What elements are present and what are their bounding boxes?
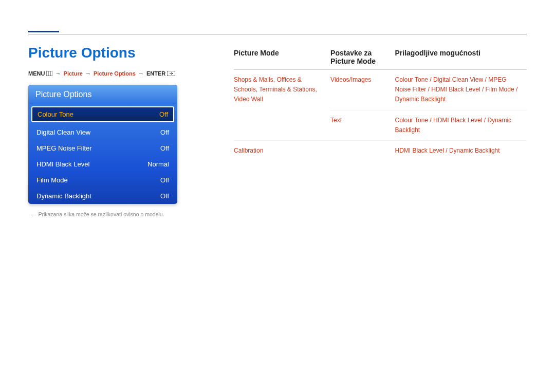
cell-postavke: Text: [330, 110, 395, 140]
pm-part: Calibration: [234, 147, 263, 154]
bc-picture-options: Picture Options: [94, 70, 136, 77]
cell-postavke: Videos/Images: [330, 70, 395, 110]
bc-menu: MENU: [28, 70, 45, 77]
svg-rect-0: [46, 71, 52, 76]
menu-row-label: Film Mode: [36, 176, 68, 184]
menu-row-label: HDMI Black Level: [36, 160, 89, 168]
pm-part: Video Wall: [234, 96, 263, 103]
bc-arrow-2: →: [85, 70, 91, 77]
opt-part: Digital Clean View: [433, 76, 483, 83]
breadcrumb: MENU → Picture → Picture Options → ENTER: [28, 70, 216, 77]
menu-row-value: Off: [160, 192, 169, 200]
opt-part: Colour Tone: [395, 117, 428, 124]
bc-arrow-1: →: [55, 70, 61, 77]
menu-row-label: MPEG Noise Filter: [36, 144, 92, 152]
pm-part: Shops & Malls: [234, 76, 273, 83]
menu-row-label: Digital Clean View: [36, 128, 90, 136]
page-title: Picture Options: [28, 45, 216, 61]
th-prilag: Prilagodljive mogućnosti: [395, 49, 527, 70]
osd-menu-header: Picture Options: [28, 85, 177, 104]
cell-options: Colour Tone / Digital Clean View / MPEG …: [395, 70, 527, 110]
cell-picture-mode: Calibration: [234, 140, 330, 161]
left-column: Picture Options MENU → Picture → Picture…: [28, 45, 216, 217]
bc-enter: ENTER: [146, 70, 165, 77]
th-picture-mode: Picture Mode: [234, 49, 330, 70]
osd-menu-panel: Picture Options Colour Tone Off Digital …: [28, 85, 177, 204]
menu-row-film-mode[interactable]: Film Mode Off: [28, 172, 177, 188]
th-postavke: Postavke za Picture Mode: [330, 49, 395, 70]
main-columns: Picture Options MENU → Picture → Picture…: [28, 45, 527, 217]
opt-part: Dynamic Backlight: [449, 147, 500, 154]
header-rule-short: [28, 31, 59, 32]
bc-picture: Picture: [64, 70, 83, 77]
opt-part: Colour Tone: [395, 76, 428, 83]
postavke-text: Text: [330, 117, 342, 124]
bc-arrow-3: →: [138, 70, 144, 77]
postavke-text: Videos/Images: [330, 76, 371, 83]
cell-options: HDMI Black Level / Dynamic Backlight: [395, 140, 527, 161]
cell-postavke: [330, 140, 395, 161]
opt-part: Dynamic Backlight: [395, 96, 446, 103]
right-column: Picture Mode Postavke za Picture Mode Pr…: [234, 45, 527, 217]
menu-grid-icon: [46, 71, 52, 77]
table-row: Calibration HDMI Black Level / Dynamic B…: [234, 140, 527, 161]
header-rule-long: [28, 34, 527, 34]
menu-row-value: Normal: [147, 160, 169, 168]
cell-picture-mode: Shops & Malls, Offices & Schools, Termin…: [234, 70, 330, 141]
opt-part: HDMI Black Level: [433, 117, 482, 124]
menu-row-label: Colour Tone: [38, 110, 73, 118]
menu-row-hdmi-black-level[interactable]: HDMI Black Level Normal: [28, 156, 177, 172]
opt-part: Film Mode: [486, 86, 514, 93]
menu-row-value: Off: [160, 128, 169, 136]
menu-row-value: Off: [160, 176, 169, 184]
menu-row-digital-clean-view[interactable]: Digital Clean View Off: [28, 124, 177, 140]
options-table: Picture Mode Postavke za Picture Mode Pr…: [234, 49, 527, 161]
menu-row-value: Off: [159, 110, 168, 118]
cell-options: Colour Tone / HDMI Black Level / Dynamic…: [395, 110, 527, 140]
opt-part: HDMI Black Level: [431, 86, 480, 93]
menu-row-colour-tone[interactable]: Colour Tone Off: [31, 106, 174, 122]
footnote: Prikazana slika može se razlikovati ovis…: [31, 211, 216, 217]
menu-row-mpeg-noise-filter[interactable]: MPEG Noise Filter Off: [28, 140, 177, 156]
menu-row-dynamic-backlight[interactable]: Dynamic Backlight Off: [28, 188, 177, 204]
menu-row-label: Dynamic Backlight: [36, 192, 91, 200]
menu-row-value: Off: [160, 144, 169, 152]
table-row: Shops & Malls, Offices & Schools, Termin…: [234, 70, 527, 110]
enter-icon: [167, 71, 175, 77]
opt-part: HDMI Black Level: [395, 147, 443, 154]
pm-part: Terminals & Stations: [259, 86, 315, 93]
